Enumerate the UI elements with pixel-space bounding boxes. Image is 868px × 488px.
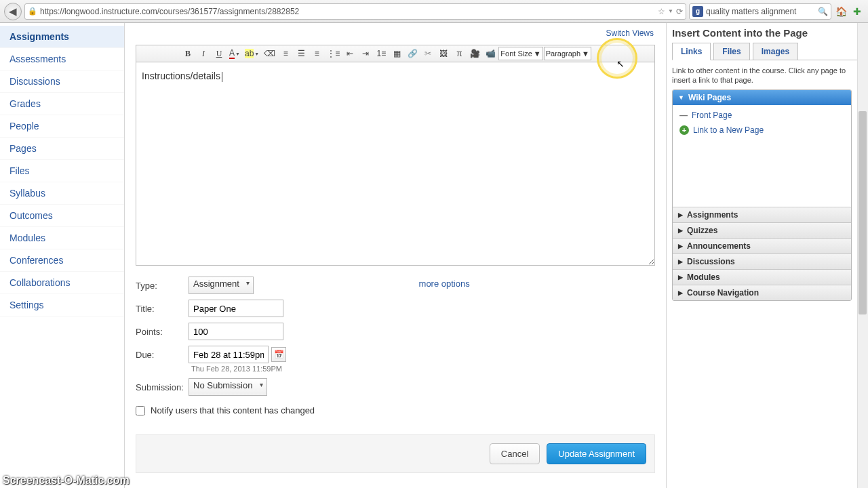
- editor-content: Instructions/details: [142, 70, 220, 81]
- link-front-page[interactable]: —Front Page: [673, 108, 851, 123]
- due-hint: Thu Feb 28, 2013 11:59PM: [191, 365, 655, 373]
- assignment-form: Type: Assignment more options Title: Poi…: [136, 277, 655, 415]
- extensions-icon[interactable]: ✚: [850, 5, 864, 18]
- sidebar-item-assignments[interactable]: Assignments: [0, 26, 124, 48]
- submission-select[interactable]: No Submission: [189, 378, 267, 396]
- tab-links[interactable]: Links: [672, 43, 711, 60]
- sidebar-item-modules[interactable]: Modules: [0, 227, 124, 249]
- sidebar-item-syllabus[interactable]: Syllabus: [0, 182, 124, 205]
- switch-views-link[interactable]: Switch Views: [606, 28, 654, 38]
- triangle-right-icon: ▶: [678, 211, 683, 218]
- align-right-button[interactable]: ≡: [309, 46, 324, 61]
- plus-icon: +: [679, 125, 689, 135]
- google-badge-icon: g: [692, 6, 703, 17]
- dash-icon: —: [679, 110, 688, 120]
- notify-checkbox[interactable]: [136, 406, 145, 415]
- main-content: Switch Views ↖ B I U A▼ ab▼ ⌫ ≡ ☰ ≡ ⋮≡ ⇤…: [125, 23, 666, 488]
- browser-search[interactable]: g quality matters alignment 🔍: [689, 3, 831, 20]
- acc-discussions[interactable]: ▶Discussions: [673, 253, 851, 269]
- calendar-icon[interactable]: 📅: [271, 347, 286, 362]
- link-new-page[interactable]: +Link to a New Page: [673, 123, 851, 138]
- paragraph-select[interactable]: Paragraph▼: [544, 47, 591, 60]
- bullet-list-button[interactable]: ⋮≡: [325, 46, 342, 61]
- media-button[interactable]: 🎥: [467, 46, 482, 61]
- indent-button[interactable]: ⇥: [358, 46, 373, 61]
- align-left-button[interactable]: ≡: [278, 46, 293, 61]
- record-button[interactable]: 📹: [483, 46, 498, 61]
- type-label: Type:: [136, 281, 189, 291]
- tab-files[interactable]: Files: [713, 43, 749, 60]
- back-button[interactable]: ◀: [4, 3, 22, 20]
- title-input[interactable]: [189, 300, 283, 317]
- points-input[interactable]: [189, 323, 283, 340]
- due-input[interactable]: [189, 346, 269, 363]
- insert-content-panel: Insert Content into the Page Links Files…: [666, 23, 868, 488]
- acc-assignments[interactable]: ▶Assignments: [673, 207, 851, 222]
- triangle-right-icon: ▶: [678, 258, 683, 265]
- dropdown-icon[interactable]: ▼: [668, 8, 673, 14]
- watermark: Screencast-O-Matic.com: [3, 474, 130, 487]
- outdent-button[interactable]: ⇤: [342, 46, 357, 61]
- tab-images[interactable]: Images: [753, 43, 798, 60]
- text-color-button[interactable]: A▼: [227, 46, 242, 61]
- link-button[interactable]: 🔗: [405, 46, 420, 61]
- form-actions: Cancel Update Assignment: [136, 434, 655, 473]
- underline-button[interactable]: U: [212, 46, 226, 61]
- sidebar-item-grades[interactable]: Grades: [0, 93, 124, 115]
- bg-color-button[interactable]: ab▼: [243, 46, 261, 61]
- sidebar-item-files[interactable]: Files: [0, 160, 124, 182]
- points-label: Points:: [136, 327, 189, 337]
- search-icon[interactable]: 🔍: [818, 7, 828, 16]
- notify-label: Notify users that this content has chang…: [151, 405, 315, 415]
- rte-toolbar: B I U A▼ ab▼ ⌫ ≡ ☰ ≡ ⋮≡ ⇤ ⇥ 1≡ ▦ 🔗 ✂ 🖼 π…: [136, 45, 655, 62]
- acc-course-navigation[interactable]: ▶Course Navigation: [673, 285, 851, 300]
- course-sidebar: AssignmentsAssessmentsDiscussionsGradesP…: [0, 23, 125, 488]
- panel-tabs: Links Files Images: [672, 43, 863, 60]
- url-bar[interactable]: 🔒 https://longwood.instructure.com/cours…: [24, 3, 686, 20]
- triangle-right-icon: ▶: [678, 289, 683, 296]
- sidebar-item-people[interactable]: People: [0, 115, 124, 138]
- panel-description: Link to other content in the course. Cli…: [672, 66, 863, 85]
- number-list-button[interactable]: 1≡: [374, 46, 389, 61]
- sidebar-item-settings[interactable]: Settings: [0, 294, 124, 317]
- rte-editor[interactable]: Instructions/details: [136, 62, 655, 266]
- font-size-select[interactable]: Font Size▼: [498, 47, 542, 60]
- unlink-button[interactable]: ✂: [420, 46, 435, 61]
- bookmark-star-icon[interactable]: ☆: [658, 7, 665, 16]
- title-label: Title:: [136, 304, 189, 314]
- image-button[interactable]: 🖼: [436, 46, 451, 61]
- acc-modules[interactable]: ▶Modules: [673, 269, 851, 285]
- clear-format-button[interactable]: ⌫: [262, 46, 277, 61]
- update-assignment-button[interactable]: Update Assignment: [547, 443, 646, 464]
- home-icon[interactable]: 🏠: [834, 5, 848, 18]
- due-label: Due:: [136, 350, 189, 360]
- lock-icon: 🔒: [28, 7, 37, 16]
- cancel-button[interactable]: Cancel: [490, 443, 540, 464]
- table-button[interactable]: ▦: [389, 46, 404, 61]
- url-text: https://longwood.instructure.com/courses…: [40, 7, 655, 16]
- triangle-right-icon: ▶: [678, 227, 683, 234]
- italic-button[interactable]: I: [196, 46, 211, 61]
- triangle-right-icon: ▶: [678, 243, 683, 249]
- sidebar-item-assessments[interactable]: Assessments: [0, 48, 124, 70]
- scrollbar[interactable]: [857, 23, 868, 488]
- align-center-button[interactable]: ☰: [294, 46, 309, 61]
- panel-title: Insert Content into the Page: [672, 27, 863, 39]
- triangle-down-icon: ▼: [678, 94, 684, 101]
- sidebar-item-pages[interactable]: Pages: [0, 138, 124, 160]
- reload-icon[interactable]: ⟳: [676, 7, 683, 16]
- more-options-link[interactable]: more options: [419, 279, 470, 289]
- submission-label: Submission:: [136, 382, 189, 392]
- sidebar-item-discussions[interactable]: Discussions: [0, 70, 124, 93]
- sidebar-item-conferences[interactable]: Conferences: [0, 249, 124, 272]
- acc-announcements[interactable]: ▶Announcements: [673, 238, 851, 253]
- type-select[interactable]: Assignment: [189, 277, 254, 294]
- browser-toolbar: ◀ 🔒 https://longwood.instructure.com/cou…: [0, 0, 868, 23]
- sidebar-item-outcomes[interactable]: Outcomes: [0, 205, 124, 227]
- acc-quizzes[interactable]: ▶Quizzes: [673, 222, 851, 238]
- acc-wiki-pages[interactable]: ▼Wiki Pages: [673, 90, 851, 105]
- bold-button[interactable]: B: [180, 46, 195, 61]
- sidebar-item-collaborations[interactable]: Collaborations: [0, 272, 124, 294]
- equation-button[interactable]: π: [452, 46, 467, 61]
- triangle-right-icon: ▶: [678, 274, 683, 281]
